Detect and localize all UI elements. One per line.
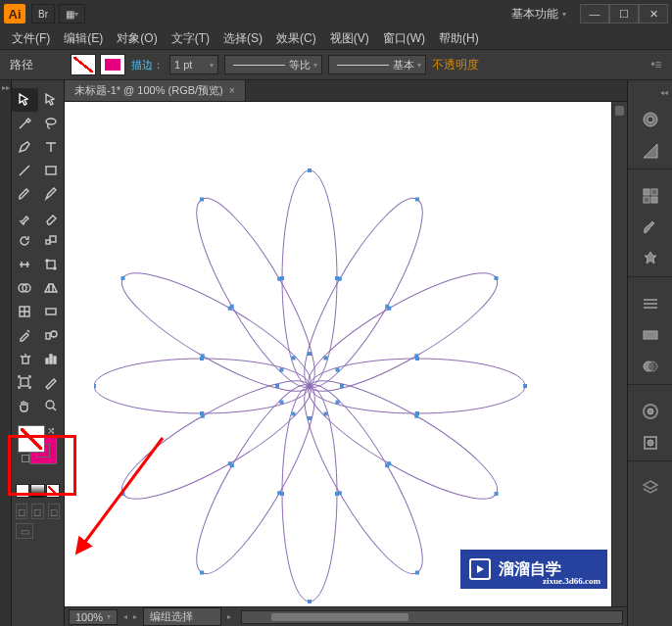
direct-selection-tool[interactable] bbox=[38, 88, 65, 112]
type-tool[interactable] bbox=[38, 135, 65, 159]
nav-next-icon[interactable]: ▸ bbox=[133, 612, 137, 621]
screen-mode-button[interactable]: ▭ bbox=[16, 523, 33, 539]
color-mode-solid[interactable] bbox=[16, 484, 29, 498]
color-mode-none[interactable] bbox=[46, 484, 60, 498]
arrange-docs-button[interactable]: ▦ ▾ bbox=[59, 4, 85, 24]
status-menu-icon[interactable]: ▸ bbox=[227, 612, 231, 621]
document-tab[interactable]: 未标题-1* @ 100% (RGB/预览) × bbox=[65, 80, 246, 101]
blend-tool[interactable] bbox=[38, 323, 65, 347]
column-graph-tool[interactable] bbox=[38, 347, 65, 370]
panel-dock-left[interactable]: ▸▸ bbox=[0, 80, 12, 626]
brushes-panel-icon[interactable] bbox=[628, 212, 672, 243]
menu-file[interactable]: 文件(F) bbox=[6, 28, 56, 49]
rotate-tool[interactable] bbox=[12, 229, 38, 253]
artboard[interactable]: 溜溜自学 zixue.3d66.com bbox=[65, 102, 611, 606]
transparency-panel-icon[interactable] bbox=[628, 351, 672, 382]
menu-object[interactable]: 对象(O) bbox=[111, 28, 163, 49]
draw-inside[interactable]: ◻ bbox=[48, 504, 60, 519]
color-mode-gradient[interactable] bbox=[30, 484, 44, 498]
perspective-grid-tool[interactable] bbox=[38, 276, 65, 300]
pencil-tool[interactable] bbox=[38, 182, 65, 206]
gradient-panel-icon[interactable] bbox=[628, 319, 672, 351]
line-tool[interactable] bbox=[12, 159, 38, 182]
control-menu-button[interactable]: •≡ bbox=[647, 58, 666, 72]
eraser-tool[interactable] bbox=[38, 206, 65, 229]
vertical-scrollbar[interactable] bbox=[611, 102, 627, 606]
shape-builder-tool[interactable] bbox=[12, 276, 38, 300]
zoom-dropdown[interactable]: 100% ▾ bbox=[69, 609, 118, 625]
symbols-panel-icon[interactable] bbox=[628, 243, 672, 274]
swatches-panel-icon[interactable] bbox=[628, 180, 672, 212]
slice-tool[interactable] bbox=[38, 370, 65, 394]
window-minimize-button[interactable]: — bbox=[580, 4, 609, 24]
eyedropper-tool[interactable] bbox=[12, 323, 38, 347]
color-panel-icon[interactable] bbox=[628, 104, 672, 135]
dock-collapse-icon[interactable]: ◂◂ bbox=[660, 88, 668, 100]
stroke-weight-dropdown[interactable]: 1 pt▾ bbox=[169, 55, 218, 74]
rectangle-tool[interactable] bbox=[38, 159, 65, 182]
zoom-tool[interactable] bbox=[38, 394, 65, 417]
scale-tool[interactable] bbox=[38, 229, 65, 253]
brush-profile-dropdown[interactable]: 基本▾ bbox=[328, 55, 426, 74]
menu-select[interactable]: 选择(S) bbox=[217, 28, 268, 49]
symbol-sprayer-tool[interactable] bbox=[12, 347, 38, 370]
width-tool[interactable] bbox=[12, 253, 38, 276]
stroke-swatch[interactable] bbox=[100, 54, 125, 75]
fill-swatch[interactable] bbox=[71, 54, 96, 75]
fill-color-swatch[interactable] bbox=[18, 425, 45, 453]
svg-point-84 bbox=[648, 361, 657, 371]
menu-view[interactable]: 视图(V) bbox=[324, 28, 375, 49]
close-tab-icon[interactable]: × bbox=[229, 85, 235, 96]
artwork-flower[interactable] bbox=[94, 151, 545, 606]
svg-rect-57 bbox=[120, 492, 124, 496]
layers-panel-icon[interactable] bbox=[628, 472, 672, 504]
lasso-tool[interactable] bbox=[38, 112, 65, 135]
draw-normal[interactable]: ◻ bbox=[16, 504, 27, 519]
svg-rect-29 bbox=[387, 307, 391, 311]
draw-behind[interactable]: ◻ bbox=[31, 504, 43, 519]
status-bar: 100% ▾ ◂ ▸ 编组选择 ▸ bbox=[65, 606, 627, 626]
opacity-label[interactable]: 不透明度 bbox=[432, 57, 479, 73]
stroke-panel-icon[interactable] bbox=[628, 288, 672, 319]
zoom-value: 100% bbox=[75, 611, 103, 623]
bridge-button[interactable]: Br bbox=[31, 4, 55, 24]
menu-window[interactable]: 窗口(W) bbox=[377, 28, 431, 49]
nav-prev-icon[interactable]: ◂ bbox=[123, 612, 127, 621]
dock-expand-icon[interactable]: ▸▸ bbox=[0, 80, 11, 94]
gradient-tool[interactable] bbox=[38, 300, 65, 323]
status-tool-label[interactable]: 编组选择 bbox=[143, 607, 221, 626]
hand-tool[interactable] bbox=[12, 394, 38, 417]
menu-type[interactable]: 文字(T) bbox=[166, 28, 216, 49]
default-fill-stroke-icon[interactable] bbox=[22, 455, 29, 462]
appearance-panel-icon[interactable] bbox=[628, 396, 672, 427]
title-bar: Ai Br ▦ ▾ 基本功能 ▾ — ☐ ✕ bbox=[0, 0, 672, 27]
menu-edit[interactable]: 编辑(E) bbox=[58, 28, 109, 49]
document-tab-bar: 未标题-1* @ 100% (RGB/预览) × bbox=[65, 80, 627, 102]
workspace-switcher[interactable]: 基本功能 ▾ bbox=[504, 6, 574, 23]
free-transform-tool[interactable] bbox=[38, 253, 65, 276]
magic-wand-tool[interactable] bbox=[12, 112, 38, 135]
window-close-button[interactable]: ✕ bbox=[639, 4, 668, 24]
stroke-weight-value: 1 pt bbox=[174, 59, 192, 71]
menu-help[interactable]: 帮助(H) bbox=[433, 28, 485, 49]
width-profile-dropdown[interactable]: 等比▾ bbox=[224, 55, 322, 74]
fill-stroke-control[interactable]: ⤭ bbox=[12, 423, 64, 482]
stroke-label[interactable]: 描边： bbox=[131, 58, 164, 72]
mesh-tool[interactable] bbox=[12, 300, 38, 323]
blob-brush-tool[interactable] bbox=[12, 206, 38, 229]
window-maximize-button[interactable]: ☐ bbox=[609, 4, 639, 24]
svg-rect-69 bbox=[201, 354, 205, 358]
svg-rect-52 bbox=[200, 571, 204, 575]
paintbrush-tool[interactable] bbox=[12, 182, 38, 206]
menu-effect[interactable]: 效果(C) bbox=[270, 28, 322, 49]
pen-tool[interactable] bbox=[12, 135, 38, 159]
menu-bar: 文件(F) 编辑(E) 对象(O) 文字(T) 选择(S) 效果(C) 视图(V… bbox=[0, 27, 672, 49]
artboard-tool[interactable] bbox=[12, 370, 38, 394]
graphic-styles-panel-icon[interactable] bbox=[628, 427, 672, 458]
selection-tool[interactable] bbox=[12, 88, 38, 112]
watermark-url: zixue.3d66.com bbox=[543, 576, 600, 586]
swap-fill-stroke-icon[interactable]: ⤭ bbox=[47, 425, 55, 436]
color-guide-panel-icon[interactable] bbox=[628, 135, 672, 167]
svg-rect-44 bbox=[385, 463, 389, 467]
horizontal-scrollbar[interactable] bbox=[241, 610, 623, 624]
